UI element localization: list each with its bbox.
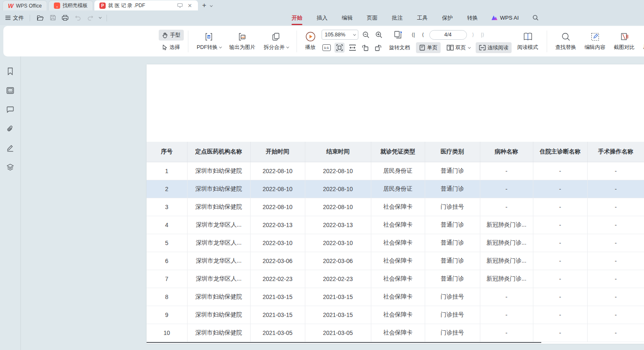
table-row: 2深圳市妇幼保健院2022-08-102022-08-10居民身份证普通门诊--…: [147, 180, 644, 198]
table-cell: -: [533, 180, 587, 198]
table-cell: 2022-03-13: [250, 216, 305, 234]
table-cell: 2022-03-06: [250, 252, 305, 270]
comment-icon[interactable]: [5, 104, 16, 115]
play-button[interactable]: 播放: [301, 28, 320, 54]
page-number-input[interactable]: 4/4: [429, 30, 467, 40]
attachment-icon[interactable]: [5, 123, 16, 134]
menu-home[interactable]: 开始: [291, 12, 303, 24]
zoom-level-select[interactable]: 105.88%: [322, 30, 358, 40]
open-folder-icon[interactable]: [36, 14, 44, 22]
export-image-button[interactable]: 输出为图片: [225, 28, 260, 54]
document-canvas[interactable]: 序号定点医药机构名称开始时间结束时间就诊凭证类型医疗类别病种名称住院主诊断名称手…: [21, 56, 644, 350]
zoom-out-icon[interactable]: [361, 30, 371, 40]
reading-mode-button[interactable]: 阅读模式: [513, 28, 543, 54]
redo-icon[interactable]: [86, 14, 94, 22]
menu-insert[interactable]: 插入: [316, 12, 328, 24]
wps-ai-button[interactable]: WPS AI: [491, 15, 519, 21]
rotate-document-button[interactable]: 旋转文档: [386, 42, 413, 53]
table-cell: -: [587, 162, 644, 180]
screenshot-compare-icon: [619, 32, 629, 42]
thumbnail-icon[interactable]: [5, 85, 16, 96]
close-tab-icon[interactable]: ✕: [187, 3, 193, 9]
table-cell: 深圳市龙华区人...: [187, 252, 250, 270]
table-cell: 新冠肺炎门诊...: [480, 216, 533, 234]
rotate-pages-icon[interactable]: [393, 30, 403, 40]
undo-icon[interactable]: [74, 14, 82, 22]
menu-page[interactable]: 页面: [366, 12, 378, 24]
monitor-icon[interactable]: [176, 1, 184, 10]
chevron-down-icon: [219, 45, 222, 48]
cursor-icon: [162, 44, 167, 50]
quickbar-chevron-icon[interactable]: [99, 16, 101, 19]
fit-width-icon[interactable]: [347, 43, 357, 53]
table-cell: 社会保障卡: [371, 198, 425, 216]
menu-edit[interactable]: 编辑: [341, 12, 353, 24]
table-cell: 6: [147, 252, 187, 270]
bookmark-icon[interactable]: [5, 66, 16, 77]
export-image-icon: [237, 32, 247, 42]
zoom-in-icon[interactable]: [374, 30, 384, 40]
next-page-button[interactable]: ⟩: [470, 32, 477, 38]
signature-icon[interactable]: [5, 143, 16, 153]
menu-annotate[interactable]: 批注: [391, 12, 403, 24]
pdf-convert-button[interactable]: W PDF转换: [193, 28, 225, 54]
first-page-button[interactable]: ⟨|: [410, 32, 417, 38]
hand-tool-button[interactable]: 手型: [159, 30, 184, 41]
table-cell: 社会保障卡: [371, 324, 425, 342]
edit-content-button[interactable]: 编辑内容: [581, 28, 610, 54]
table-cell: 7: [147, 270, 187, 288]
tab-docer-templates[interactable]: , 找稻壳模板: [48, 0, 93, 10]
table-cell: 社会保障卡: [371, 216, 425, 234]
header-cell: 医疗类别: [425, 142, 480, 162]
select-tool-button[interactable]: 选择: [159, 42, 184, 53]
search-icon[interactable]: [531, 14, 540, 22]
menu-protect[interactable]: 保护: [441, 12, 454, 24]
table-cell: 深圳市妇幼保健院: [187, 306, 250, 324]
previous-page-button[interactable]: ⟨: [420, 32, 426, 38]
single-page-icon: [419, 44, 426, 51]
table-cell: 深圳市龙华区人...: [187, 234, 250, 252]
table-cell: 普通门诊: [425, 270, 480, 288]
continuous-reading-button[interactable]: 连续阅读: [476, 42, 512, 53]
compress-button[interactable]: 压缩: [639, 28, 644, 54]
chevron-down-icon: [286, 45, 289, 48]
menu-tools[interactable]: 工具: [416, 12, 428, 24]
table-cell: 门诊挂号: [425, 198, 480, 216]
single-page-button[interactable]: 单页: [416, 42, 441, 53]
split-merge-button[interactable]: 拆分合并: [260, 28, 292, 54]
last-page-button[interactable]: |⟩: [479, 32, 486, 38]
table-cell: 居民身份证: [371, 162, 425, 180]
tab-wps-office[interactable]: W WPS Office: [3, 0, 47, 10]
tab-list-chevron-icon[interactable]: [210, 4, 213, 7]
table-row: 6深圳市龙华区人...2022-03-062022-03-06社会保障卡普通门诊…: [147, 252, 644, 270]
layers-icon[interactable]: [5, 162, 16, 173]
new-tab-button[interactable]: +: [198, 1, 210, 10]
actual-size-icon[interactable]: 1:1: [322, 43, 332, 53]
find-replace-button[interactable]: 查找替换: [551, 28, 581, 54]
table-cell: 2022-08-10: [250, 180, 305, 198]
table-cell: 深圳市妇幼保健院: [187, 324, 250, 342]
save-icon[interactable]: [48, 14, 57, 22]
table-cell: 社会保障卡: [371, 306, 425, 324]
tab-pdf-document[interactable]: P 就 医 记 录 .PDF ✕: [94, 0, 198, 10]
table-cell: 居民身份证: [371, 180, 425, 198]
table-cell: 社会保障卡: [371, 288, 425, 306]
fit-page-icon[interactable]: [335, 43, 345, 53]
rotate-left-icon[interactable]: [360, 43, 370, 53]
table-cell: -: [480, 288, 533, 306]
split-merge-icon: [271, 32, 281, 42]
screenshot-compare-button[interactable]: 压缩截图对比: [610, 28, 639, 54]
table-cell: -: [587, 324, 644, 342]
header-cell: 定点医药机构名称: [187, 142, 250, 162]
double-page-button[interactable]: 双页: [444, 42, 473, 53]
rotate-right-icon[interactable]: [373, 43, 383, 53]
print-icon[interactable]: [61, 14, 69, 22]
ribbon-toolbar: 手型 选择 W PDF转换 输出为图片 拆分合并 播放 105.88%: [3, 26, 644, 56]
menu-convert[interactable]: 转换: [466, 12, 479, 24]
header-cell: 结束时间: [305, 142, 371, 162]
file-menu-button[interactable]: 文件: [5, 14, 24, 22]
play-icon: [305, 31, 316, 42]
table-row: 9深圳市妇幼保健院2021-03-152021-03-15社会保障卡门诊挂号--…: [147, 306, 644, 324]
table-cell: 2021-03-15: [250, 306, 305, 324]
table-cell: 1: [147, 162, 187, 180]
